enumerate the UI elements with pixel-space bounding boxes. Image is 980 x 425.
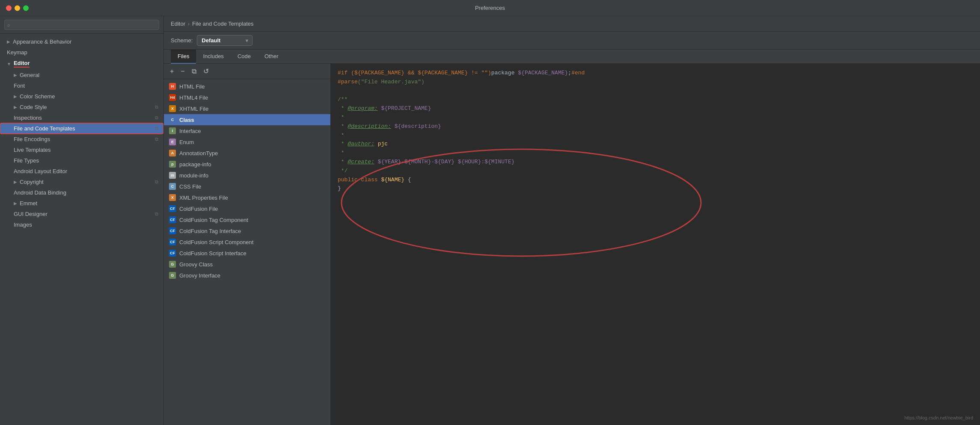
sidebar-item-file-types[interactable]: File Types: [0, 155, 163, 166]
arrow-icon: ▶: [14, 94, 17, 99]
file-item-coldfusion-script-interface[interactable]: CFColdFusion Script Interface: [164, 248, 330, 259]
title-bar: Preferences: [0, 0, 980, 16]
file-item-coldfusion-tag-interface[interactable]: CFColdFusion Tag Interface: [164, 225, 330, 236]
sidebar-item-font[interactable]: Font: [0, 80, 163, 91]
code-line: *: [338, 149, 973, 158]
file-item-interface[interactable]: IInterface: [164, 125, 330, 136]
copy-settings-icon: ⧉: [155, 115, 158, 121]
copy-settings-icon: ⧉: [155, 179, 158, 185]
file-icon-module: m: [169, 172, 176, 179]
sidebar-item-label: Editor: [14, 60, 30, 68]
file-item-label: HTML File: [179, 83, 205, 90]
scheme-bar: Scheme: Default Project ▼: [164, 32, 980, 50]
file-icon-class: C: [169, 116, 176, 123]
search-input[interactable]: [4, 20, 159, 30]
code-editor[interactable]: #if (${PACKAGE_NAME} && ${PACKAGE_NAME} …: [331, 64, 980, 425]
breadcrumb-bar: Editor › File and Code Templates: [164, 16, 980, 32]
sidebar-item-android-data-binding[interactable]: Android Data Binding: [0, 187, 163, 198]
tab-code[interactable]: Code: [231, 50, 258, 64]
sidebar-item-label: Copyright: [20, 179, 44, 185]
file-item-coldfusion-tag-component[interactable]: CFColdFusion Tag Component: [164, 214, 330, 225]
tab-files[interactable]: Files: [171, 50, 196, 64]
sidebar-item-live-templates[interactable]: Live Templates: [0, 145, 163, 155]
right-panel: Editor › File and Code Templates Scheme:…: [164, 16, 980, 425]
main-content: ⌕ ▶Appearance & BehaviorKeymap▼Editor▶Ge…: [0, 16, 980, 425]
sidebar-item-images[interactable]: Images: [0, 219, 163, 230]
file-item-label: ColdFusion Tag Interface: [179, 228, 241, 234]
file-item-css-file[interactable]: CCSS File: [164, 181, 330, 192]
code-line: /**: [338, 95, 973, 104]
copy-settings-icon: ⧉: [155, 126, 158, 131]
file-icon-html4: H4: [169, 94, 176, 101]
file-icon-css: C: [169, 183, 176, 190]
file-item-coldfusion-script-component[interactable]: CFColdFusion Script Component: [164, 236, 330, 248]
file-item-groovy-class[interactable]: GGroovy Class: [164, 259, 330, 270]
sidebar: ⌕ ▶Appearance & BehaviorKeymap▼Editor▶Ge…: [0, 16, 164, 425]
sidebar-item-label: Emmet: [20, 200, 37, 207]
minimize-button[interactable]: [15, 5, 20, 11]
file-item-enum[interactable]: EEnum: [164, 136, 330, 148]
file-item-module-info[interactable]: mmodule-info: [164, 170, 330, 181]
remove-button[interactable]: −: [179, 67, 186, 76]
file-item-label: CSS File: [179, 183, 201, 190]
file-icon-html: H: [169, 83, 176, 90]
sidebar-item-gui-designer[interactable]: GUI Designer⧉: [0, 209, 163, 219]
sidebar-item-android-layout-editor[interactable]: Android Layout Editor: [0, 166, 163, 177]
file-item-label: module-info: [179, 172, 208, 179]
sidebar-item-general[interactable]: ▶General: [0, 70, 163, 80]
reset-button[interactable]: ↺: [202, 66, 211, 76]
file-icon-cf: CF: [169, 216, 176, 223]
sidebar-item-inspections[interactable]: Inspections⧉: [0, 112, 163, 123]
sidebar-item-copyright[interactable]: ▶Copyright⧉: [0, 177, 163, 187]
file-item-label: ColdFusion Tag Component: [179, 217, 248, 223]
file-item-groovy-interface[interactable]: GGroovy Interface: [164, 270, 330, 281]
tab-other[interactable]: Other: [258, 50, 285, 64]
close-button[interactable]: [6, 5, 12, 11]
sidebar-item-file-encodings[interactable]: File Encodings⧉: [0, 134, 163, 145]
file-icon-enum: E: [169, 139, 176, 145]
file-item-coldfusion-file[interactable]: CFColdFusion File: [164, 203, 330, 214]
tabs-bar: FilesIncludesCodeOther: [164, 50, 980, 64]
copy-settings-icon: ⧉: [155, 104, 158, 110]
add-button[interactable]: +: [168, 67, 175, 76]
file-item-annotation-type[interactable]: AAnnotationType: [164, 148, 330, 159]
file-item-label: Groovy Class: [179, 261, 213, 268]
file-item-label: ColdFusion Script Component: [179, 239, 253, 245]
sidebar-item-code-style[interactable]: ▶Code Style⧉: [0, 102, 163, 112]
file-item-package-info[interactable]: ppackage-info: [164, 159, 330, 170]
file-item-label: ColdFusion Script Interface: [179, 250, 246, 257]
file-item-html4-file[interactable]: H4HTML4 File: [164, 92, 330, 103]
sidebar-item-file-and-code-templates[interactable]: File and Code Templates⧉: [0, 123, 163, 134]
file-item-xhtml-file[interactable]: XXHTML File: [164, 103, 330, 114]
tab-includes[interactable]: Includes: [196, 50, 230, 64]
file-item-xml-properties[interactable]: XXML Properties File: [164, 192, 330, 203]
breadcrumb-current: File and Code Templates: [192, 21, 254, 27]
sidebar-item-appearance[interactable]: ▶Appearance & Behavior: [0, 36, 163, 47]
sidebar-item-emmet[interactable]: ▶Emmet: [0, 198, 163, 209]
file-item-label: Groovy Interface: [179, 272, 220, 279]
code-line: }: [338, 184, 973, 193]
file-list-toolbar: + − ⧉ ↺: [164, 64, 330, 79]
file-item-html-file[interactable]: HHTML File: [164, 81, 330, 92]
scheme-dropdown[interactable]: Default Project: [197, 35, 252, 46]
sidebar-item-label: Font: [14, 83, 25, 89]
file-item-label: AnnotationType: [179, 150, 218, 156]
file-item-label: Enum: [179, 139, 194, 145]
window-controls: [6, 5, 29, 11]
file-icon-package: p: [169, 161, 176, 168]
sidebar-item-label: Images: [14, 221, 32, 228]
sidebar-item-editor[interactable]: ▼Editor: [0, 58, 163, 70]
window-title: Preferences: [475, 5, 505, 11]
arrow-icon: ▼: [7, 62, 11, 66]
sidebar-item-label: Android Data Binding: [14, 189, 66, 196]
sidebar-item-keymap[interactable]: Keymap: [0, 47, 163, 58]
file-item-class[interactable]: CClass: [164, 114, 330, 125]
url-label: https://blog.csdn.net/newbie_bird: [904, 414, 973, 421]
maximize-button[interactable]: [23, 5, 29, 11]
sidebar-item-color-scheme[interactable]: ▶Color Scheme: [0, 91, 163, 102]
sidebar-item-label: General: [20, 72, 39, 78]
copy-settings-icon: ⧉: [155, 211, 158, 217]
file-icon-groovy: G: [169, 272, 176, 279]
copy-button[interactable]: ⧉: [190, 67, 198, 76]
code-line: * @create: ${YEAR}-${MONTH}-${DAY} ${HOU…: [338, 158, 973, 167]
